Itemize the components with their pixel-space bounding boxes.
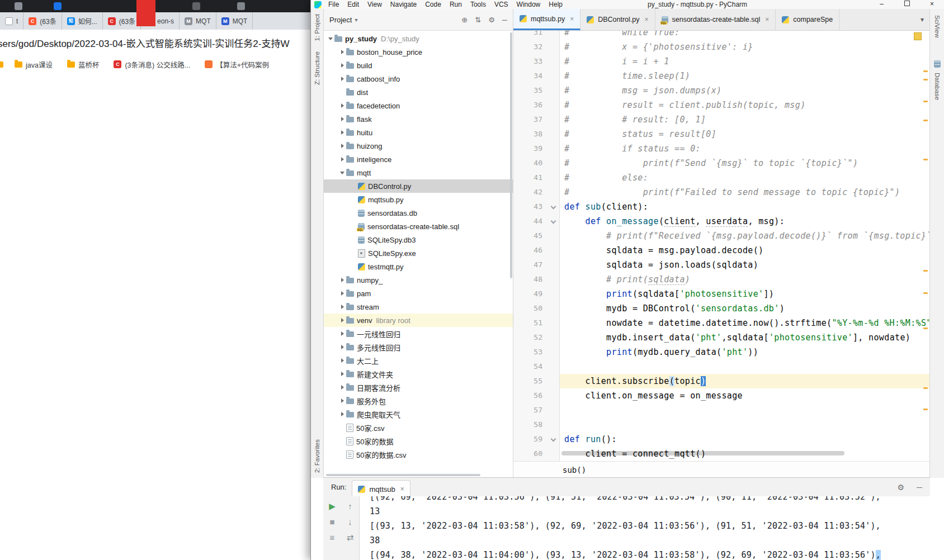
run-console-output[interactable]: [(92, 69, '2022-03-04 11:03:56'), (91, 5… bbox=[360, 496, 930, 560]
chevron-right-icon[interactable] bbox=[339, 45, 346, 59]
tree-item[interactable]: testmqtt.py bbox=[324, 260, 513, 273]
project-vertical-scrollbar[interactable] bbox=[510, 32, 512, 278]
browser-tab[interactable]: 知如何... bbox=[62, 12, 103, 30]
line-number[interactable]: 44 bbox=[513, 214, 548, 229]
tree-item[interactable]: DBControl.py bbox=[324, 179, 513, 193]
chevron-right-icon[interactable] bbox=[339, 340, 346, 354]
code-line[interactable]: 48 # print(sqldata) bbox=[513, 272, 929, 287]
chevron-right-icon[interactable] bbox=[339, 72, 346, 86]
line-number[interactable]: 60 bbox=[513, 447, 548, 461]
line-number[interactable]: 33 bbox=[513, 54, 548, 69]
tree-item[interactable]: stream bbox=[324, 300, 513, 314]
code-line[interactable]: 57 bbox=[513, 403, 929, 417]
menu-vcs[interactable]: VCS bbox=[494, 1, 508, 8]
tree-item[interactable]: py_studyD:\py_study bbox=[324, 32, 513, 45]
tree-item[interactable]: SQLiteSpy.exe bbox=[324, 246, 513, 260]
line-number[interactable]: 58 bbox=[513, 417, 548, 432]
code-line[interactable]: 46 sqldata = msg.payload.decode() bbox=[513, 243, 929, 258]
tree-item[interactable]: 日期客流分析 bbox=[324, 381, 513, 394]
chevron-right-icon[interactable] bbox=[339, 394, 346, 407]
line-number[interactable]: 46 bbox=[513, 243, 548, 258]
inspections-indicator-icon[interactable] bbox=[914, 32, 922, 40]
line-number[interactable]: 37 bbox=[513, 112, 548, 127]
toolwindow-button[interactable]: Z: Structure bbox=[314, 51, 320, 85]
tree-item[interactable]: facedetection bbox=[324, 99, 513, 112]
menu-help[interactable]: Help bbox=[549, 1, 563, 8]
close-button[interactable]: × bbox=[919, 0, 944, 9]
tree-item[interactable]: 50家的数据 bbox=[324, 434, 513, 448]
menu-view[interactable]: View bbox=[367, 1, 382, 8]
line-number[interactable]: 50 bbox=[513, 301, 548, 316]
tree-item[interactable]: 50家.csv bbox=[324, 421, 513, 434]
chevron-right-icon[interactable] bbox=[339, 99, 346, 112]
tree-item[interactable]: 大二上 bbox=[324, 354, 513, 367]
browser-tab[interactable]: t bbox=[0, 12, 23, 30]
line-number[interactable]: 47 bbox=[513, 258, 548, 272]
tree-item[interactable]: build bbox=[324, 59, 513, 72]
close-tab-icon[interactable]: × bbox=[570, 15, 574, 23]
tree-item[interactable]: 新建文件夹 bbox=[324, 367, 513, 381]
editor-tab[interactable]: mqttsub.py× bbox=[513, 9, 580, 30]
code-line[interactable]: 53 print(mydb.query_data('pht')) bbox=[513, 345, 929, 359]
toolwindow-button[interactable]: 1: Project bbox=[314, 14, 320, 41]
chevron-right-icon[interactable] bbox=[339, 367, 346, 381]
editor-tab[interactable]: compareSpe bbox=[776, 9, 839, 30]
code-line[interactable]: 47 sqldata = json.loads(sqldata) bbox=[513, 258, 929, 272]
tree-item[interactable]: inteligence bbox=[324, 153, 513, 166]
line-number[interactable]: 35 bbox=[513, 83, 548, 98]
close-tab-icon[interactable]: × bbox=[400, 485, 404, 493]
code-line[interactable]: 31# while True: bbox=[513, 31, 929, 40]
tree-item[interactable]: mqttsub.py bbox=[324, 193, 513, 206]
editor-tab[interactable]: sensordatas-create-table.sql× bbox=[655, 9, 776, 30]
restore-layout-button[interactable]: ⇄ bbox=[347, 533, 354, 542]
line-number[interactable]: 38 bbox=[513, 127, 548, 141]
code-line[interactable]: 35# msg = json.dumps(x) bbox=[513, 83, 929, 98]
tree-item[interactable]: 多元线性回归 bbox=[324, 340, 513, 354]
chevron-right-icon[interactable] bbox=[339, 153, 346, 166]
breadcrumb-scope[interactable]: sub() bbox=[563, 466, 586, 474]
favicon-icon[interactable] bbox=[192, 2, 200, 10]
line-number[interactable]: 51 bbox=[513, 316, 548, 330]
line-number[interactable]: 48 bbox=[513, 272, 548, 287]
stop-button[interactable]: ■ bbox=[329, 518, 334, 526]
expand-collapse-button[interactable]: ⇅ bbox=[475, 16, 481, 24]
tree-item[interactable]: 爬虫爬取天气 bbox=[324, 407, 513, 421]
tree-item[interactable]: catboost_info bbox=[324, 72, 513, 86]
gear-icon[interactable]: ⚙ bbox=[898, 483, 905, 492]
code-line[interactable]: 51 nowdate = datetime.datetime.now().str… bbox=[513, 316, 929, 330]
editor-tab[interactable]: DBControl.py× bbox=[580, 9, 655, 30]
line-number[interactable]: 45 bbox=[513, 229, 548, 243]
chevron-right-icon[interactable] bbox=[339, 354, 346, 367]
code-line[interactable]: 36# result = client.publish(topic, msg) bbox=[513, 98, 929, 112]
chevron-down-icon[interactable]: ▾ bbox=[355, 17, 357, 23]
chevron-right-icon[interactable] bbox=[339, 407, 346, 421]
toolwindow-database-button[interactable]: Database bbox=[934, 73, 941, 100]
tree-item[interactable]: pam bbox=[324, 287, 513, 300]
favicon-icon[interactable] bbox=[237, 2, 245, 10]
toolwindow-button[interactable]: 2: Favorites bbox=[314, 439, 320, 473]
tree-item[interactable]: 一元线性回归 bbox=[324, 327, 513, 340]
menu-code[interactable]: Code bbox=[425, 1, 441, 8]
run-tab[interactable]: mqttsub × bbox=[352, 480, 410, 498]
menu-run[interactable]: Run bbox=[450, 1, 462, 8]
code-line[interactable]: 34# time.sleep(1) bbox=[513, 69, 929, 83]
line-number[interactable]: 41 bbox=[513, 170, 548, 185]
browser-tab[interactable]: C(63条 bbox=[103, 12, 141, 30]
code-line[interactable]: 56 client.on_message = on_message bbox=[513, 388, 929, 403]
chevron-right-icon[interactable] bbox=[339, 139, 346, 153]
hide-panel-button[interactable]: ─ bbox=[502, 16, 507, 24]
line-number[interactable]: 55 bbox=[513, 374, 548, 388]
code-line[interactable]: 40# print(f"Send `{msg}` to topic `{topi… bbox=[513, 156, 929, 170]
line-number[interactable]: 57 bbox=[513, 403, 548, 417]
code-line[interactable]: 37# # result: [0, 1] bbox=[513, 112, 929, 127]
line-number[interactable]: 39 bbox=[513, 141, 548, 156]
close-tab-icon[interactable]: × bbox=[765, 16, 769, 23]
tree-item[interactable]: huizong bbox=[324, 139, 513, 153]
tabs-overflow-chevron-icon[interactable]: ▾ bbox=[915, 16, 929, 23]
line-number[interactable]: 52 bbox=[513, 330, 548, 345]
minimize-button[interactable]: – bbox=[869, 0, 894, 9]
menu-edit[interactable]: Edit bbox=[347, 1, 359, 8]
favicon-icon[interactable] bbox=[15, 2, 22, 10]
line-number[interactable]: 40 bbox=[513, 156, 548, 170]
locate-button[interactable]: ⊕ bbox=[461, 16, 468, 24]
